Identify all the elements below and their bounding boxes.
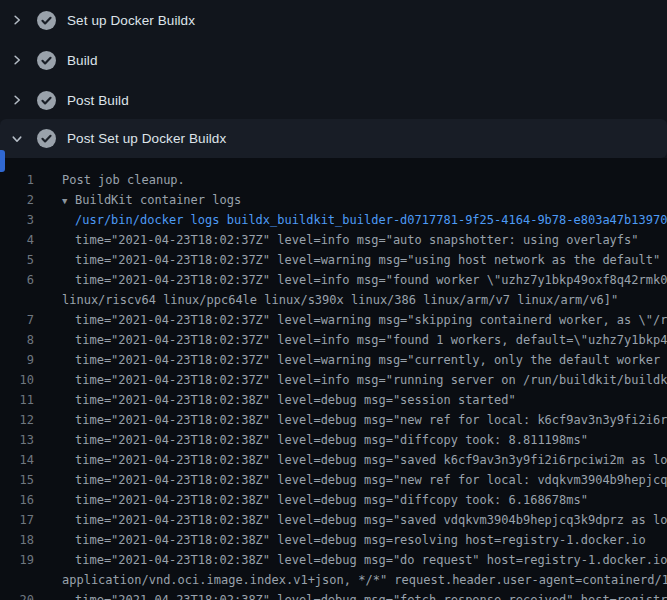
log-line-number[interactable]: 17 — [0, 510, 34, 530]
check-circle-icon — [37, 129, 56, 148]
chevron-down-icon — [10, 132, 24, 146]
log-line-number[interactable]: 2 — [0, 190, 34, 210]
log-row: 18 time="2021-04-23T18:02:38Z" level=deb… — [0, 530, 667, 550]
log-line-number[interactable]: 4 — [0, 230, 34, 250]
step-title: Build — [67, 53, 98, 68]
check-circle-icon — [37, 11, 56, 30]
log-line-number[interactable]: 11 — [0, 390, 34, 410]
log-line-text: ▼BuildKit container logs — [34, 190, 241, 210]
step-title: Post Build — [67, 93, 129, 108]
log-line-number[interactable] — [0, 290, 34, 310]
check-circle-icon — [37, 51, 56, 70]
log-line-number[interactable]: 6 — [0, 270, 34, 290]
log-line-number[interactable]: 3 — [0, 210, 34, 230]
log-row: application/vnd.oci.image.index.v1+json,… — [0, 570, 667, 590]
log-line-number[interactable]: 20 — [0, 590, 34, 600]
log-line-number[interactable]: 5 — [0, 250, 34, 270]
log-line-text: time="2021-04-23T18:02:37Z" level=warnin… — [34, 350, 667, 370]
log-row: 20 time="2021-04-23T18:02:38Z" level=deb… — [0, 590, 667, 600]
log-line-text: time="2021-04-23T18:02:37Z" level=info m… — [34, 370, 667, 390]
log-line-text: time="2021-04-23T18:02:37Z" level=info m… — [34, 270, 667, 290]
log-line-text: time="2021-04-23T18:02:38Z" level=debug … — [34, 590, 667, 600]
step-row-post-set-up-docker-buildx[interactable]: Post Set up Docker Buildx — [0, 119, 667, 158]
log-line-text: time="2021-04-23T18:02:37Z" level=warnin… — [34, 310, 667, 330]
scrollbar-thumb[interactable] — [0, 150, 5, 172]
log-line-text: time="2021-04-23T18:02:38Z" level=debug … — [34, 410, 667, 430]
log-row: 16 time="2021-04-23T18:02:38Z" level=deb… — [0, 490, 667, 510]
log-line-number[interactable]: 14 — [0, 450, 34, 470]
log-line-text: time="2021-04-23T18:02:37Z" level=warnin… — [34, 250, 660, 270]
log-line-text: time="2021-04-23T18:02:37Z" level=info m… — [34, 230, 639, 250]
chevron-right-icon — [10, 13, 24, 27]
actions-log-viewer: { "colors": { "bg_top": "#11151c", "bg_e… — [0, 0, 667, 600]
log-line-text: application/vnd.oci.image.index.v1+json,… — [34, 570, 667, 590]
step-row-set-up-docker-buildx[interactable]: Set up Docker Buildx — [0, 0, 667, 40]
log-line-number[interactable]: 1 — [0, 170, 34, 190]
log-row: 12 time="2021-04-23T18:02:38Z" level=deb… — [0, 410, 667, 430]
log-line-text: time="2021-04-23T18:02:38Z" level=debug … — [34, 450, 667, 470]
log-line-number[interactable]: 15 — [0, 470, 34, 490]
check-circle-icon — [37, 91, 56, 110]
log-row: 3 /usr/bin/docker logs buildx_buildkit_b… — [0, 210, 667, 230]
log-line-text: time="2021-04-23T18:02:37Z" level=info m… — [34, 330, 667, 350]
log-row: 14 time="2021-04-23T18:02:38Z" level=deb… — [0, 450, 667, 470]
step-title: Set up Docker Buildx — [67, 13, 195, 28]
log-line-number[interactable]: 16 — [0, 490, 34, 510]
log-line-text: time="2021-04-23T18:02:38Z" level=debug … — [34, 390, 516, 410]
collapsed-steps-container: Set up Docker Buildx Build Post Build — [0, 0, 667, 120]
log-line-text: Post job cleanup. — [34, 170, 185, 190]
steps-list: Set up Docker Buildx Build Post Build Po… — [0, 0, 667, 158]
step-title: Post Set up Docker Buildx — [67, 131, 226, 146]
log-row: 19 time="2021-04-23T18:02:38Z" level=deb… — [0, 550, 667, 570]
log-line-number[interactable]: 12 — [0, 410, 34, 430]
log-line-number[interactable]: 10 — [0, 370, 34, 390]
log-row: 7 time="2021-04-23T18:02:37Z" level=warn… — [0, 310, 667, 330]
log-row: 15 time="2021-04-23T18:02:38Z" level=deb… — [0, 470, 667, 490]
log-line-number[interactable]: 19 — [0, 550, 34, 570]
log-group-collapse-icon[interactable]: ▼ — [62, 191, 75, 210]
log-line-number[interactable]: 13 — [0, 430, 34, 450]
log-line-text: time="2021-04-23T18:02:38Z" level=debug … — [34, 490, 588, 510]
log-row: linux/riscv64 linux/ppc64le linux/s390x … — [0, 290, 667, 310]
chevron-right-icon — [10, 53, 24, 67]
log-group-label[interactable]: BuildKit container logs — [75, 193, 241, 207]
log-row: 1 Post job cleanup. — [0, 170, 667, 190]
log-row: 5 time="2021-04-23T18:02:37Z" level=warn… — [0, 250, 667, 270]
log-row: 4 time="2021-04-23T18:02:37Z" level=info… — [0, 230, 667, 250]
log-row: 2 ▼BuildKit container logs — [0, 190, 667, 210]
log-line-text: time="2021-04-23T18:02:38Z" level=debug … — [34, 530, 646, 550]
log-line-text: time="2021-04-23T18:02:38Z" level=debug … — [34, 510, 667, 530]
log-row: 6 time="2021-04-23T18:02:37Z" level=info… — [0, 270, 667, 290]
log-line-text: linux/riscv64 linux/ppc64le linux/s390x … — [34, 290, 618, 310]
log-row: 13 time="2021-04-23T18:02:38Z" level=deb… — [0, 430, 667, 450]
log-line-number[interactable]: 18 — [0, 530, 34, 550]
log-line-number[interactable]: 7 — [0, 310, 34, 330]
log-line-number[interactable]: 8 — [0, 330, 34, 350]
log-row: 10 time="2021-04-23T18:02:37Z" level=inf… — [0, 370, 667, 390]
log-line-text: time="2021-04-23T18:02:38Z" level=debug … — [34, 430, 588, 450]
log-row: 8 time="2021-04-23T18:02:37Z" level=info… — [0, 330, 667, 350]
log-line-number[interactable] — [0, 570, 34, 590]
log-pane[interactable]: 1 Post job cleanup. 2 ▼BuildKit containe… — [0, 158, 667, 600]
log-line-text: time="2021-04-23T18:02:38Z" level=debug … — [34, 550, 667, 570]
chevron-right-icon — [10, 93, 24, 107]
log-row: 17 time="2021-04-23T18:02:38Z" level=deb… — [0, 510, 667, 530]
log-row: 9 time="2021-04-23T18:02:37Z" level=warn… — [0, 350, 667, 370]
step-row-build[interactable]: Build — [0, 40, 667, 80]
step-row-post-build[interactable]: Post Build — [0, 80, 667, 120]
log-line-text: /usr/bin/docker logs buildx_buildkit_bui… — [34, 210, 667, 230]
log-line-number[interactable]: 9 — [0, 350, 34, 370]
log-row: 11 time="2021-04-23T18:02:38Z" level=deb… — [0, 390, 667, 410]
log-line-text: time="2021-04-23T18:02:38Z" level=debug … — [34, 470, 667, 490]
